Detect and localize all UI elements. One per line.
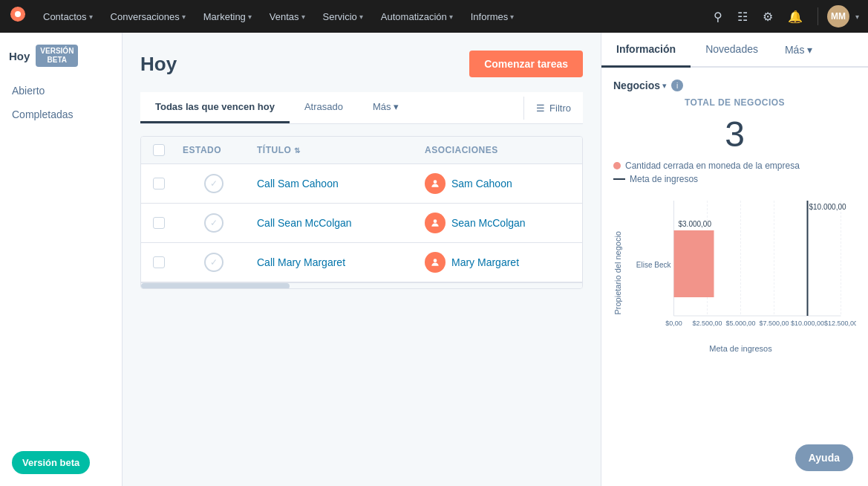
user-menu-chevron[interactable]: ▾ (855, 13, 859, 21)
negocios-dropdown[interactable]: Negocios ▾ (613, 80, 667, 91)
sidebar: Hoy VERSIÓN BETA Abierto Completadas Ver… (0, 33, 123, 486)
svg-text:$0,00: $0,00 (665, 320, 682, 327)
right-tab-more[interactable]: Más ▾ (773, 33, 824, 66)
scrollbar-thumb[interactable] (141, 283, 290, 289)
svg-text:$12.500,00: $12.500,00 (824, 320, 856, 327)
legend-line (613, 178, 625, 180)
task-tabs: Todas las que vencen hoy Atrasado Más ▾ … (140, 92, 583, 124)
chevron-down-icon: ▾ (449, 13, 453, 21)
tab-more[interactable]: Más ▾ (358, 92, 414, 123)
chevron-down-icon: ▾ (89, 13, 93, 21)
chart-legend: Cantidad cerrada en moneda de la empresa… (613, 161, 856, 184)
nav-ventas[interactable]: Ventas▾ (262, 8, 313, 25)
top-navigation: Contactos▾ Conversaciones▾ Marketing▾ Ve… (0, 0, 868, 33)
right-tab-novedades[interactable]: Novedades (691, 33, 773, 68)
right-panel: Información Novedades Más ▾ Negocios ▾ i… (601, 33, 868, 486)
task-link[interactable]: Call Sam Cahoon (257, 178, 339, 189)
tab-atrasado[interactable]: Atrasado (290, 92, 358, 123)
tab-todas-vencen-hoy[interactable]: Todas las que vencen hoy (140, 92, 290, 123)
nav-conversaciones[interactable]: Conversaciones▾ (103, 8, 193, 25)
info-icon[interactable]: i (671, 80, 683, 91)
chevron-down-icon: ▾ (510, 13, 514, 21)
row-estado: ✓ (177, 244, 251, 281)
total-negocios: 3 (613, 114, 856, 155)
header-asociaciones: ASOCIACIONES (419, 137, 582, 163)
main-header: Hoy Comenzar tareas (140, 51, 583, 77)
row-titulo: Call Sean McColgan (251, 208, 419, 238)
svg-point-7 (434, 219, 437, 223)
row-estado: ✓ (177, 165, 251, 202)
scrollbar-track (141, 282, 582, 288)
nav-contactos[interactable]: Contactos▾ (36, 8, 100, 25)
chevron-down-icon: ▾ (182, 13, 186, 21)
chart-title: TOTAL DE NEGOCIOS (613, 97, 856, 108)
row-checkbox[interactable] (153, 217, 165, 229)
nav-servicio[interactable]: Servicio▾ (316, 8, 371, 25)
svg-point-8 (434, 259, 437, 262)
header-estado: ESTADO (177, 137, 251, 163)
task-status-circle[interactable]: ✓ (204, 213, 223, 233)
hubspot-logo[interactable] (9, 5, 27, 27)
start-tasks-button[interactable]: Comenzar tareas (469, 51, 583, 77)
right-tab-informacion[interactable]: Información (601, 33, 691, 68)
settings-icon[interactable]: ⚙ (757, 7, 779, 27)
row-checkbox-cell (141, 208, 177, 238)
notifications-icon[interactable]: 🔔 (782, 7, 809, 27)
svg-rect-3 (17, 19, 19, 22)
right-panel-tabs: Información Novedades Más ▾ (601, 33, 868, 68)
sidebar-item-completadas[interactable]: Completadas (0, 103, 122, 126)
sidebar-navigation: Abierto Completadas (0, 79, 122, 126)
user-avatar[interactable]: MM (827, 5, 849, 27)
version-beta-button[interactable]: Versión beta (12, 451, 90, 474)
task-link[interactable]: Call Sean McColgan (257, 217, 352, 229)
select-all-checkbox[interactable] (153, 144, 165, 156)
today-label: Hoy (9, 50, 30, 62)
chevron-down-icon: ▾ (248, 13, 252, 21)
nav-marketing[interactable]: Marketing▾ (196, 8, 259, 25)
table-row: ✓ Call Mary Margaret Mary Margaret (141, 243, 582, 282)
row-checkbox-cell (141, 169, 177, 198)
filter-icon: ☰ (536, 103, 545, 114)
row-checkbox-cell (141, 247, 177, 277)
page-title: Hoy (140, 53, 177, 76)
sidebar-item-abierto[interactable]: Abierto (0, 79, 122, 103)
sidebar-bottom: Versión beta (0, 439, 122, 486)
negocios-title: Negocios (613, 80, 660, 91)
task-table: ESTADO TÍTULO ⇅ ASOCIACIONES ✓ Call Sam … (140, 136, 583, 289)
legend-item-meta: Meta de ingresos (613, 174, 856, 184)
contact-name[interactable]: Mary Margaret (451, 256, 519, 268)
row-titulo: Call Mary Margaret (251, 247, 419, 277)
nav-informes[interactable]: Informes▾ (463, 8, 522, 25)
bar-chart: $10.000,00 $3.000,00 Elise Beck $0,00 $2… (625, 193, 856, 342)
table-row: ✓ Call Sam Cahoon Sam Cahoon (141, 164, 582, 204)
right-panel-content: Negocios ▾ i TOTAL DE NEGOCIOS 3 Cantida… (601, 68, 868, 486)
x-axis-label: Meta de ingresos (625, 344, 856, 353)
task-status-circle[interactable]: ✓ (204, 253, 223, 272)
help-button[interactable]: Ayuda (795, 444, 853, 471)
svg-text:$7.500,00: $7.500,00 (759, 320, 789, 327)
today-section: Hoy VERSIÓN BETA (9, 45, 113, 67)
legend-dot (613, 162, 621, 169)
nav-automatizacion[interactable]: Automatización▾ (373, 8, 460, 25)
svg-rect-4 (10, 13, 13, 15)
task-link[interactable]: Call Mary Margaret (257, 256, 345, 268)
search-icon[interactable]: ⚲ (708, 7, 728, 27)
chevron-down-icon: ▾ (359, 13, 363, 21)
contact-icon (425, 213, 446, 233)
svg-point-1 (15, 11, 21, 17)
row-checkbox[interactable] (153, 178, 165, 189)
contact-name[interactable]: Sam Cahoon (451, 178, 512, 189)
header-titulo: TÍTULO ⇅ (251, 137, 419, 163)
filter-button[interactable]: ☰ Filtro (523, 97, 583, 120)
task-status-circle[interactable]: ✓ (204, 174, 223, 193)
negocios-section-header: Negocios ▾ i (613, 80, 856, 91)
row-checkbox[interactable] (153, 256, 165, 268)
contact-name[interactable]: Sean McColgan (451, 217, 526, 229)
row-asociaciones: Mary Margaret (419, 243, 582, 282)
sort-icon[interactable]: ⇅ (294, 146, 301, 155)
main-content: Hoy Comenzar tareas Todas las que vencen… (123, 33, 601, 486)
marketplace-icon[interactable]: ☷ (731, 7, 754, 27)
svg-text:$10.000,00: $10.000,00 (791, 320, 824, 327)
row-asociaciones: Sam Cahoon (419, 164, 582, 203)
row-asociaciones: Sean McColgan (419, 204, 582, 242)
